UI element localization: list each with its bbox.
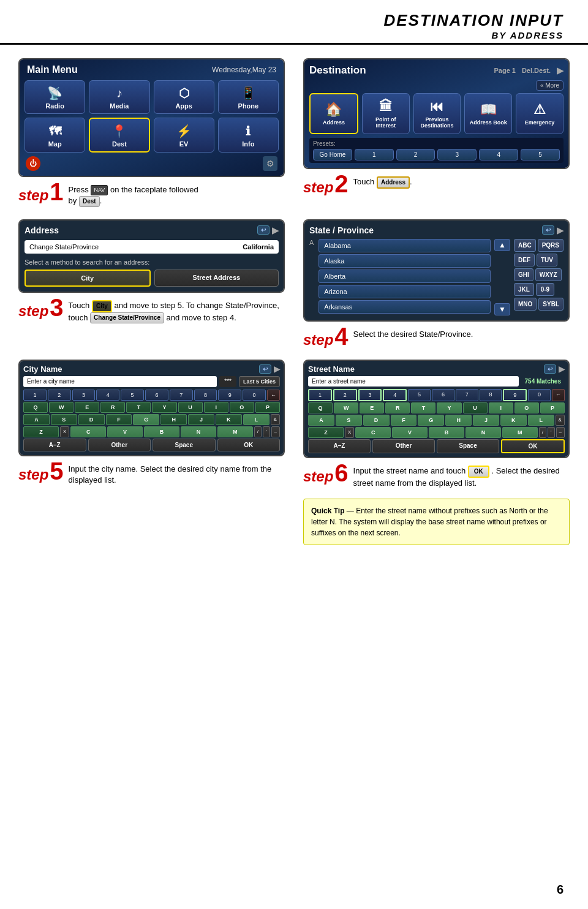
key-s[interactable]: S xyxy=(51,414,77,425)
skey-a[interactable]: A xyxy=(308,415,334,426)
preset-go-home[interactable]: Go Home xyxy=(313,149,352,160)
state-alaska[interactable]: Alaska xyxy=(318,254,491,268)
num-8[interactable]: 8 xyxy=(194,390,217,401)
skey-y[interactable]: Y xyxy=(437,402,461,413)
key-j[interactable]: J xyxy=(188,414,214,425)
addr-state-field[interactable]: Change State/Province California xyxy=(24,240,279,254)
num-1[interactable]: 1 xyxy=(23,390,47,401)
snum-1[interactable]: 1 xyxy=(308,389,332,401)
more-button[interactable]: « More xyxy=(536,80,564,91)
key-amp[interactable]: & xyxy=(271,414,280,425)
kb-mno[interactable]: MNO xyxy=(514,298,537,311)
skey-l[interactable]: L xyxy=(528,415,554,426)
menu-media[interactable]: ♪ Media xyxy=(89,80,149,114)
skey-o[interactable]: O xyxy=(514,402,539,413)
space-button[interactable]: Space xyxy=(153,439,216,451)
key-f[interactable]: F xyxy=(106,414,132,425)
skey-n[interactable]: N xyxy=(466,427,501,438)
key-h[interactable]: H xyxy=(160,414,187,425)
num-3[interactable]: 3 xyxy=(72,390,96,401)
num-6[interactable]: 6 xyxy=(145,390,168,401)
skey-q[interactable]: Q xyxy=(308,402,333,413)
dest-prev-item[interactable]: ⏮ Previous Destinations xyxy=(413,93,461,134)
key-slash[interactable]: / xyxy=(254,426,262,437)
key-n[interactable]: N xyxy=(181,426,216,437)
key-l[interactable]: L xyxy=(243,414,270,425)
skey-x[interactable]: X xyxy=(345,427,354,438)
kb-wxyz[interactable]: WXYZ xyxy=(535,268,562,281)
menu-info[interactable]: ℹ Info xyxy=(218,118,279,153)
key-r[interactable]: R xyxy=(100,402,125,413)
state-back-icon[interactable]: ↩ xyxy=(542,225,554,235)
state-alabama[interactable]: Alabama xyxy=(318,239,491,252)
preset-1[interactable]: 1 xyxy=(355,149,394,160)
skey-dash[interactable]: – xyxy=(556,427,565,438)
addr-city-btn[interactable]: City xyxy=(24,270,151,287)
key-d[interactable]: D xyxy=(78,414,105,425)
kb-ghi[interactable]: GHI xyxy=(514,268,533,281)
snum-5[interactable]: 5 xyxy=(408,389,431,401)
key-m[interactable]: M xyxy=(217,426,253,437)
skey-f[interactable]: F xyxy=(391,415,417,426)
key-u[interactable]: U xyxy=(178,402,203,413)
preset-2[interactable]: 2 xyxy=(396,149,435,160)
kb-tuv[interactable]: TUV xyxy=(537,254,557,266)
preset-4[interactable]: 4 xyxy=(479,149,518,160)
preset-3[interactable]: 3 xyxy=(437,149,477,160)
dest-address-item[interactable]: 🏠 Address xyxy=(309,93,358,134)
sspace-button[interactable]: Space xyxy=(437,439,499,453)
snum-8[interactable]: 8 xyxy=(480,389,502,401)
scroll-up[interactable]: ▲ xyxy=(494,239,510,251)
key-b[interactable]: B xyxy=(144,426,179,437)
num-4[interactable]: 4 xyxy=(96,390,119,401)
menu-dest[interactable]: 📍 Dest xyxy=(89,118,149,153)
key-t[interactable]: T xyxy=(126,402,151,413)
menu-ev[interactable]: ⚡ EV xyxy=(154,118,214,153)
key-apos[interactable]: ' xyxy=(263,426,270,437)
key-q[interactable]: Q xyxy=(23,402,48,413)
skey-j[interactable]: J xyxy=(473,415,499,426)
snum-7[interactable]: 7 xyxy=(456,389,478,401)
snum-9[interactable]: 9 xyxy=(503,389,527,401)
street-backspace[interactable]: ← xyxy=(552,389,565,401)
snum-2[interactable]: 2 xyxy=(333,389,357,401)
state-alberta[interactable]: Alberta xyxy=(318,270,491,283)
kb-def[interactable]: DEF xyxy=(514,254,535,266)
key-k[interactable]: K xyxy=(216,414,242,425)
state-arkansas[interactable]: Arkansas xyxy=(318,300,491,314)
key-o[interactable]: O xyxy=(230,402,254,413)
key-z[interactable]: Z xyxy=(23,426,59,437)
key-w[interactable]: W xyxy=(49,402,74,413)
city-input-field[interactable]: Enter a city name xyxy=(23,376,217,387)
skey-i[interactable]: I xyxy=(489,402,513,413)
preset-5[interactable]: 5 xyxy=(521,149,560,160)
addr-street-btn[interactable]: Street Address xyxy=(154,270,279,287)
snum-6[interactable]: 6 xyxy=(432,389,454,401)
snum-4[interactable]: 4 xyxy=(383,389,407,401)
skey-m[interactable]: M xyxy=(502,427,538,438)
skey-b[interactable]: B xyxy=(429,427,464,438)
street-back-icon[interactable]: ↩ xyxy=(544,364,556,374)
key-v[interactable]: V xyxy=(107,426,143,437)
skey-slash[interactable]: / xyxy=(539,427,546,438)
key-i[interactable]: I xyxy=(204,402,228,413)
skey-z[interactable]: Z xyxy=(308,427,344,438)
backspace-key[interactable]: ← xyxy=(267,390,280,401)
snum-3[interactable]: 3 xyxy=(358,389,382,401)
key-x[interactable]: X xyxy=(60,426,69,437)
skey-c[interactable]: C xyxy=(355,427,391,438)
skey-s[interactable]: S xyxy=(336,415,362,426)
other-button[interactable]: Other xyxy=(88,439,151,451)
snum-0[interactable]: 0 xyxy=(528,389,551,401)
kb-abc[interactable]: ABC xyxy=(514,239,536,252)
kb-jkl[interactable]: JKL xyxy=(514,283,534,296)
skey-v[interactable]: V xyxy=(392,427,428,438)
kb-09[interactable]: 0-9 xyxy=(536,283,554,296)
addr-back-icon[interactable]: ↩ xyxy=(257,225,270,235)
ok-button[interactable]: OK xyxy=(217,439,281,451)
key-a[interactable]: A xyxy=(23,414,50,425)
saz-button[interactable]: A–Z xyxy=(308,439,371,453)
last5-button[interactable]: Last 5 Cities xyxy=(239,376,280,387)
num-0[interactable]: 0 xyxy=(243,390,266,401)
skey-apos[interactable]: ' xyxy=(548,427,555,438)
